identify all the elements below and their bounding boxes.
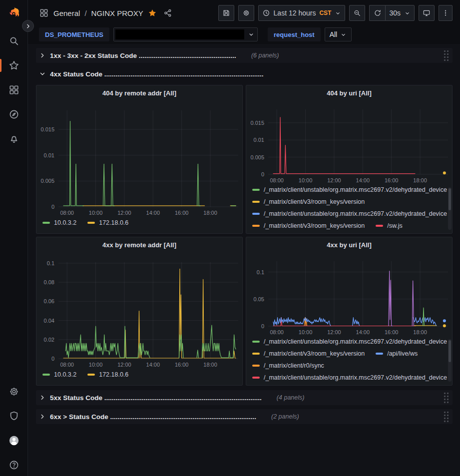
user-avatar[interactable]: [8, 435, 20, 447]
row-drag-handle[interactable]: [444, 412, 451, 422]
timeseries-chart[interactable]: 00.0050.010.01508:0010:0012:0014:0016:00…: [36, 100, 242, 219]
variable-value-dropdown-ds-prometheus[interactable]: [113, 27, 258, 41]
zoom-out-time-button[interactable]: [349, 5, 365, 21]
legend-item[interactable]: 172.18.0.6: [87, 219, 128, 226]
variable-label-request-host[interactable]: request_host: [268, 27, 321, 41]
svg-text:08:00: 08:00: [60, 362, 74, 368]
explore-compass-icon[interactable]: [8, 108, 20, 120]
legend-item[interactable]: 10.0.3.2: [42, 371, 76, 378]
legend-swatch-yellow: [252, 353, 260, 355]
panel-title[interactable]: 404 by uri [All]: [246, 85, 452, 100]
panel-404-by-remote-addr-all: 404 by remote addr [All]00.0050.010.0150…: [36, 85, 243, 234]
legend-label: 10.0.3.2: [54, 219, 76, 226]
legend-item[interactable]: /_matrix/client/r0/sync: [252, 362, 324, 369]
refresh-interval-picker[interactable]: 30s: [385, 5, 415, 21]
legend-swatch-blue: [252, 213, 260, 215]
svg-text:0.01: 0.01: [254, 137, 264, 143]
panel-4xx-by-remote-addr-all: 4xx by remote addr [All]00.020.040.060.0…: [36, 237, 243, 386]
sidebar: [0, 0, 28, 476]
legend-item[interactable]: 10.0.3.2: [42, 219, 76, 226]
panel-title[interactable]: 4xx by uri [All]: [246, 237, 452, 252]
row-drag-handle[interactable]: [444, 50, 451, 61]
legend-swatch-red: [376, 225, 383, 227]
grafana-logo[interactable]: [6, 6, 21, 21]
legend-label: /api/live/ws: [387, 350, 418, 357]
timeseries-chart[interactable]: 00.050.108:0010:0012:0014:0016:0018:00: [246, 252, 452, 338]
favorite-star-icon[interactable]: [148, 8, 157, 17]
legend-item[interactable]: /_matrix/client/unstable/org.matrix.msc2…: [252, 186, 447, 193]
share-icon[interactable]: [163, 8, 172, 17]
save-dashboard-button[interactable]: [218, 5, 234, 21]
timeseries-chart[interactable]: 00.020.040.060.080.108:0010:0012:0014:00…: [36, 252, 242, 371]
dashboard-title[interactable]: NGINX PROXY: [91, 9, 143, 17]
breadcrumb: General / NGINX PROXY: [39, 8, 172, 18]
redacted-value: [115, 29, 244, 39]
panel-404-by-uri-all: 404 by uri [All]00.0050.010.01508:0010:0…: [246, 85, 453, 234]
row-header-4xx[interactable]: 4xx Status Code ........................…: [36, 67, 453, 81]
search-icon[interactable]: [8, 35, 20, 47]
dashboard-body: 1xx - 3xx - 2xx Status Code ............…: [28, 44, 460, 428]
legend-swatch-blue: [376, 353, 383, 355]
row-title: 6xx > Status Code ......................…: [50, 413, 256, 421]
legend-scrollbar[interactable]: [448, 187, 452, 230]
server-admin-shield-icon[interactable]: [8, 410, 20, 422]
dashboard-settings-button[interactable]: [238, 5, 254, 21]
row-drag-handle[interactable]: [444, 393, 451, 403]
dashboards-icon[interactable]: [8, 84, 20, 96]
svg-text:16:00: 16:00: [175, 210, 189, 216]
breadcrumb-separator: /: [84, 9, 86, 17]
legend-label: 172.18.0.6: [99, 371, 128, 378]
legend-scrollbar[interactable]: [448, 339, 452, 382]
legend-scrollbar-thumb[interactable]: [449, 188, 451, 210]
legend-label: /_matrix/client/v3/room_keys/version: [264, 222, 365, 229]
legend-item[interactable]: /_matrix/client/v3/room_keys/version: [252, 198, 365, 205]
legend-swatch-orange: [252, 225, 260, 227]
time-range-picker[interactable]: Last 12 hours CST: [258, 5, 346, 21]
more-options-kebab-button[interactable]: [439, 5, 453, 21]
svg-text:0: 0: [51, 356, 54, 362]
legend-item[interactable]: /_matrix/client/unstable/org.matrix.msc2…: [252, 338, 447, 345]
legend-item[interactable]: 172.18.0.6: [87, 371, 128, 378]
chevron-right-icon: [39, 413, 46, 420]
legend-label: /_matrix/client/unstable/org.matrix.msc2…: [264, 338, 447, 345]
legend-swatch-yellow: [87, 222, 95, 224]
panel-title[interactable]: 404 by remote addr [All]: [36, 85, 242, 100]
svg-text:16:00: 16:00: [385, 329, 399, 335]
timeseries-chart[interactable]: 00.0050.010.01508:0010:0012:0014:0016:00…: [246, 100, 452, 186]
legend-item[interactable]: /sw.js: [376, 222, 403, 229]
chevron-right-icon: [39, 394, 46, 401]
legend-item[interactable]: /api/live/ws: [376, 350, 418, 357]
starred-dashboards-icon[interactable]: [8, 59, 20, 71]
svg-text:18:00: 18:00: [413, 177, 427, 183]
row-header-6xx[interactable]: 6xx > Status Code ......................…: [36, 409, 453, 424]
dashboard-variables-bar: DS_PROMETHEUS request_host All: [28, 26, 460, 44]
legend-item[interactable]: /_matrix/client/unstable/org.matrix.msc2…: [252, 374, 447, 381]
expand-sidebar-button[interactable]: [22, 20, 34, 32]
panel-4xx-by-uri-all: 4xx by uri [All]00.050.108:0010:0012:001…: [246, 237, 453, 386]
row-header-5xx[interactable]: 5xx Status Code ........................…: [36, 390, 453, 405]
panel-title[interactable]: 4xx by remote addr [All]: [36, 237, 242, 252]
help-icon[interactable]: [8, 459, 20, 471]
svg-text:0.05: 0.05: [254, 296, 264, 302]
svg-text:0: 0: [261, 323, 264, 329]
refresh-group: 30s: [369, 5, 415, 21]
refresh-button[interactable]: [369, 5, 385, 21]
legend-item[interactable]: /_matrix/client/v3/room_keys/version: [252, 350, 365, 357]
row-panel-count: (2 panels): [271, 413, 299, 420]
legend-scrollbar-thumb[interactable]: [449, 340, 451, 362]
svg-text:18:00: 18:00: [203, 210, 217, 216]
variable-value-dropdown-request-host[interactable]: All: [325, 27, 352, 41]
row-header-1xx-3xx-2xx[interactable]: 1xx - 3xx - 2xx Status Code ............…: [36, 48, 453, 63]
legend-item[interactable]: /_matrix/client/v3/room_keys/version: [252, 222, 365, 229]
apps-grid-icon[interactable]: [39, 8, 49, 18]
svg-text:0.1: 0.1: [257, 269, 264, 275]
variable-label-ds-prometheus[interactable]: DS_PROMETHEUS: [39, 27, 109, 41]
legend-item[interactable]: /_matrix/client/unstable/org.matrix.msc2…: [252, 210, 447, 217]
alerting-bell-icon[interactable]: [8, 133, 20, 145]
cycle-view-mode-button[interactable]: [419, 5, 435, 21]
row-panel-count: (4 panels): [277, 394, 305, 401]
configuration-gear-icon[interactable]: [8, 386, 20, 398]
legend-swatch-green: [42, 374, 50, 376]
breadcrumb-section[interactable]: General: [53, 9, 80, 17]
svg-text:0.1: 0.1: [47, 260, 54, 266]
